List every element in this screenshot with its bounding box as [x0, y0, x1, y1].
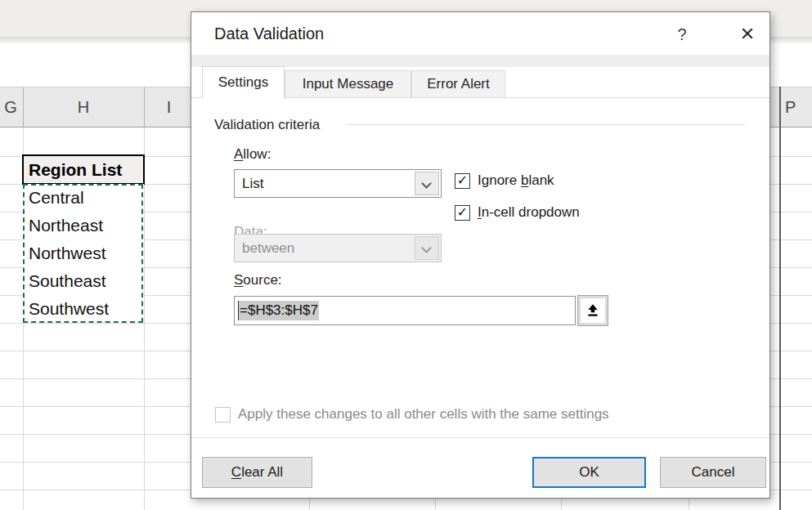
cell-northeast[interactable]: Northeast [23, 212, 144, 239]
tab-settings-label: Settings [218, 74, 268, 91]
gridline-v [144, 128, 145, 510]
range-picker-button[interactable] [577, 295, 608, 326]
titlebar-band [191, 55, 769, 67]
validation-criteria-label: Validation criteria [214, 117, 320, 133]
incell-dropdown-label: In-cell dropdown [478, 204, 580, 221]
dialog-title: Data Validation [191, 25, 324, 43]
checkmark-icon: ✓ [457, 174, 468, 187]
checkmark-icon: ✓ [457, 206, 468, 219]
source-label: Source: [234, 272, 282, 289]
data-value: between [242, 235, 294, 262]
close-icon[interactable]: ✕ [733, 20, 762, 48]
allow-value: List [242, 170, 263, 197]
allow-label: Allow: [234, 146, 271, 163]
ok-button[interactable]: OK [532, 457, 646, 488]
tab-input-message-label: Input Message [303, 76, 394, 92]
collapse-dialog-icon [581, 298, 605, 323]
column-header-p[interactable]: P [779, 87, 812, 127]
allow-combobox[interactable]: List [234, 169, 442, 198]
column-header-g[interactable]: G [0, 87, 21, 127]
footer-separator [191, 437, 769, 438]
clear-all-button[interactable]: Clear All [202, 457, 312, 488]
allow-dropdown-button[interactable] [415, 172, 439, 195]
ignore-blank-label: Ignore blank [478, 172, 554, 189]
source-value: =$H$3:$H$7 [238, 301, 319, 320]
column-header-i[interactable]: I [144, 87, 194, 127]
ignore-blank-row[interactable]: ✓ Ignore blank [455, 172, 554, 189]
cancel-button[interactable]: Cancel [660, 457, 766, 488]
tab-input-message[interactable]: Input Message [285, 70, 411, 97]
pane-divider-line [779, 87, 781, 510]
cell-southeast[interactable]: Southeast [23, 267, 144, 295]
incell-dropdown-row[interactable]: ✓ In-cell dropdown [455, 204, 580, 221]
tab-error-alert-label: Error Alert [427, 76, 490, 92]
excel-screen: G H I P Region List Central Northeast No… [0, 0, 812, 510]
data-dropdown-button [415, 236, 439, 260]
cell-region-list-header[interactable]: Region List [22, 154, 145, 185]
cell-central[interactable]: Central [23, 184, 144, 212]
source-input[interactable]: =$H$3:$H$7 [234, 296, 576, 325]
incell-dropdown-checkbox[interactable]: ✓ [455, 205, 470, 221]
ignore-blank-checkbox[interactable]: ✓ [455, 173, 470, 189]
cell-southwest[interactable]: Southwest [23, 295, 144, 323]
data-validation-dialog: Data Validation ? ✕ Settings Input Messa… [191, 11, 770, 499]
cell-northwest[interactable]: Northwest [23, 239, 144, 267]
chevron-down-icon [421, 178, 432, 189]
tab-settings[interactable]: Settings [202, 66, 285, 98]
apply-changes-label: Apply these changes to all other cells w… [238, 406, 609, 423]
tab-error-alert[interactable]: Error Alert [411, 70, 505, 97]
group-line [347, 124, 745, 125]
apply-changes-checkbox[interactable] [215, 407, 231, 423]
column-header-h[interactable]: H [23, 87, 144, 127]
chevron-down-icon [421, 243, 432, 253]
data-combobox: between [234, 234, 442, 262]
apply-changes-row[interactable]: Apply these changes to all other cells w… [215, 406, 609, 423]
help-button[interactable]: ? [670, 22, 694, 47]
